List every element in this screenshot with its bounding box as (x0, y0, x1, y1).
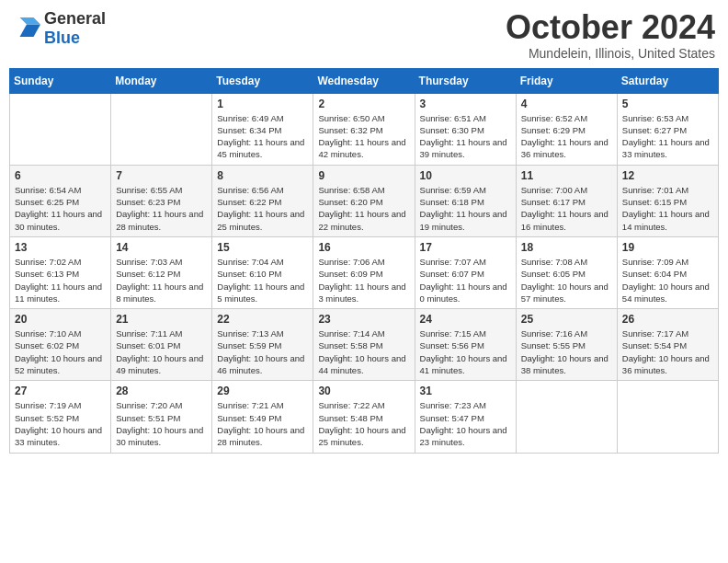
day-info: Sunrise: 7:10 AM Sunset: 6:02 PM Dayligh… (15, 327, 106, 376)
day-number: 24 (420, 313, 511, 326)
calendar-week-row: 6Sunrise: 6:54 AM Sunset: 6:25 PM Daylig… (10, 165, 719, 236)
day-number: 19 (622, 241, 713, 254)
svg-marker-1 (20, 17, 41, 25)
day-info: Sunrise: 6:58 AM Sunset: 6:20 PM Dayligh… (318, 184, 409, 233)
day-number: 10 (420, 169, 511, 182)
calendar-cell: 9Sunrise: 6:58 AM Sunset: 6:20 PM Daylig… (313, 165, 415, 236)
logo-text: General Blue (44, 9, 106, 48)
calendar-cell: 12Sunrise: 7:01 AM Sunset: 6:15 PM Dayli… (617, 165, 718, 236)
day-number: 28 (116, 385, 207, 397)
calendar-week-row: 27Sunrise: 7:19 AM Sunset: 5:52 PM Dayli… (10, 381, 719, 453)
calendar-cell: 29Sunrise: 7:21 AM Sunset: 5:49 PM Dayli… (212, 381, 313, 453)
calendar-cell (10, 93, 111, 165)
day-number: 18 (521, 241, 612, 254)
calendar-cell: 31Sunrise: 7:23 AM Sunset: 5:47 PM Dayli… (415, 381, 516, 453)
calendar-cell: 21Sunrise: 7:11 AM Sunset: 6:01 PM Dayli… (111, 309, 212, 381)
day-info: Sunrise: 7:11 AM Sunset: 6:01 PM Dayligh… (116, 327, 207, 376)
day-number: 22 (217, 313, 308, 326)
day-info: Sunrise: 7:16 AM Sunset: 5:55 PM Dayligh… (521, 327, 612, 376)
logo-blue: Blue (44, 29, 80, 47)
calendar-cell: 23Sunrise: 7:14 AM Sunset: 5:58 PM Dayli… (313, 309, 415, 381)
calendar-cell: 4Sunrise: 6:52 AM Sunset: 6:29 PM Daylig… (516, 93, 617, 165)
day-info: Sunrise: 7:08 AM Sunset: 6:05 PM Dayligh… (521, 256, 612, 304)
day-info: Sunrise: 7:21 AM Sunset: 5:49 PM Dayligh… (217, 399, 308, 448)
calendar-day-header: Monday (111, 68, 212, 93)
day-info: Sunrise: 6:49 AM Sunset: 6:34 PM Dayligh… (217, 112, 308, 161)
day-info: Sunrise: 7:13 AM Sunset: 5:59 PM Dayligh… (217, 327, 308, 376)
calendar-week-row: 20Sunrise: 7:10 AM Sunset: 6:02 PM Dayli… (10, 309, 719, 381)
day-info: Sunrise: 7:23 AM Sunset: 5:47 PM Dayligh… (420, 399, 511, 448)
calendar-cell: 24Sunrise: 7:15 AM Sunset: 5:56 PM Dayli… (415, 309, 516, 381)
calendar-day-header: Thursday (415, 68, 516, 93)
day-info: Sunrise: 6:52 AM Sunset: 6:29 PM Dayligh… (521, 112, 612, 161)
day-number: 1 (217, 98, 308, 110)
day-info: Sunrise: 6:53 AM Sunset: 6:27 PM Dayligh… (622, 112, 713, 161)
calendar-cell (617, 381, 718, 453)
calendar-cell: 28Sunrise: 7:20 AM Sunset: 5:51 PM Dayli… (111, 381, 212, 453)
calendar-cell: 26Sunrise: 7:17 AM Sunset: 5:54 PM Dayli… (617, 309, 718, 381)
day-info: Sunrise: 7:14 AM Sunset: 5:58 PM Dayligh… (318, 327, 409, 376)
calendar-week-row: 13Sunrise: 7:02 AM Sunset: 6:13 PM Dayli… (10, 236, 719, 308)
calendar-cell: 27Sunrise: 7:19 AM Sunset: 5:52 PM Dayli… (10, 381, 111, 453)
day-info: Sunrise: 6:54 AM Sunset: 6:25 PM Dayligh… (15, 184, 106, 233)
day-info: Sunrise: 7:20 AM Sunset: 5:51 PM Dayligh… (116, 399, 207, 448)
calendar-day-header: Wednesday (313, 68, 415, 93)
calendar-cell: 14Sunrise: 7:03 AM Sunset: 6:12 PM Dayli… (111, 236, 212, 308)
calendar-week-row: 1Sunrise: 6:49 AM Sunset: 6:34 PM Daylig… (10, 93, 719, 165)
calendar-cell: 10Sunrise: 6:59 AM Sunset: 6:18 PM Dayli… (415, 165, 516, 236)
calendar-cell: 6Sunrise: 6:54 AM Sunset: 6:25 PM Daylig… (10, 165, 111, 236)
day-info: Sunrise: 7:00 AM Sunset: 6:17 PM Dayligh… (521, 184, 612, 233)
day-info: Sunrise: 6:50 AM Sunset: 6:32 PM Dayligh… (318, 112, 409, 161)
calendar-cell: 11Sunrise: 7:00 AM Sunset: 6:17 PM Dayli… (516, 165, 617, 236)
calendar-cell: 13Sunrise: 7:02 AM Sunset: 6:13 PM Dayli… (10, 236, 111, 308)
day-info: Sunrise: 6:56 AM Sunset: 6:22 PM Dayligh… (217, 184, 308, 233)
day-number: 14 (116, 241, 207, 254)
day-info: Sunrise: 7:22 AM Sunset: 5:48 PM Dayligh… (318, 399, 409, 448)
day-number: 13 (15, 241, 106, 254)
day-info: Sunrise: 7:02 AM Sunset: 6:13 PM Dayligh… (15, 256, 106, 304)
calendar-cell: 17Sunrise: 7:07 AM Sunset: 6:07 PM Dayli… (415, 236, 516, 308)
day-info: Sunrise: 7:06 AM Sunset: 6:09 PM Dayligh… (318, 256, 409, 304)
calendar-cell: 22Sunrise: 7:13 AM Sunset: 5:59 PM Dayli… (212, 309, 313, 381)
day-number: 21 (116, 313, 207, 326)
day-number: 4 (521, 98, 612, 110)
day-number: 3 (420, 98, 511, 110)
day-number: 15 (217, 241, 308, 254)
day-info: Sunrise: 7:09 AM Sunset: 6:04 PM Dayligh… (622, 256, 713, 304)
logo: General Blue (13, 9, 106, 48)
calendar-cell: 5Sunrise: 6:53 AM Sunset: 6:27 PM Daylig… (617, 93, 718, 165)
day-number: 23 (318, 313, 409, 326)
calendar-day-header: Friday (516, 68, 617, 93)
day-number: 8 (217, 169, 308, 182)
day-number: 11 (521, 169, 612, 182)
page-header: General Blue October 2024 Mundelein, Ill… (9, 9, 719, 61)
calendar-cell: 8Sunrise: 6:56 AM Sunset: 6:22 PM Daylig… (212, 165, 313, 236)
day-info: Sunrise: 6:55 AM Sunset: 6:23 PM Dayligh… (116, 184, 207, 233)
day-info: Sunrise: 6:59 AM Sunset: 6:18 PM Dayligh… (420, 184, 511, 233)
calendar-cell: 25Sunrise: 7:16 AM Sunset: 5:55 PM Dayli… (516, 309, 617, 381)
month-title: October 2024 (506, 9, 715, 46)
day-info: Sunrise: 7:19 AM Sunset: 5:52 PM Dayligh… (15, 399, 106, 448)
day-info: Sunrise: 6:51 AM Sunset: 6:30 PM Dayligh… (420, 112, 511, 161)
calendar-cell: 2Sunrise: 6:50 AM Sunset: 6:32 PM Daylig… (313, 93, 415, 165)
day-number: 6 (15, 169, 106, 182)
calendar-day-header: Saturday (617, 68, 718, 93)
day-info: Sunrise: 7:01 AM Sunset: 6:15 PM Dayligh… (622, 184, 713, 233)
day-number: 27 (15, 385, 106, 397)
calendar-cell: 16Sunrise: 7:06 AM Sunset: 6:09 PM Dayli… (313, 236, 415, 308)
location-title: Mundelein, Illinois, United States (506, 46, 715, 61)
day-number: 9 (318, 169, 409, 182)
calendar-cell: 19Sunrise: 7:09 AM Sunset: 6:04 PM Dayli… (617, 236, 718, 308)
day-number: 5 (622, 98, 713, 110)
day-info: Sunrise: 7:07 AM Sunset: 6:07 PM Dayligh… (420, 256, 511, 304)
calendar-header-row: SundayMondayTuesdayWednesdayThursdayFrid… (10, 68, 719, 93)
day-info: Sunrise: 7:15 AM Sunset: 5:56 PM Dayligh… (420, 327, 511, 376)
day-number: 7 (116, 169, 207, 182)
day-info: Sunrise: 7:04 AM Sunset: 6:10 PM Dayligh… (217, 256, 308, 304)
day-number: 31 (420, 385, 511, 397)
calendar-day-header: Sunday (10, 68, 111, 93)
calendar-cell: 18Sunrise: 7:08 AM Sunset: 6:05 PM Dayli… (516, 236, 617, 308)
calendar-cell: 15Sunrise: 7:04 AM Sunset: 6:10 PM Dayli… (212, 236, 313, 308)
calendar-cell: 3Sunrise: 6:51 AM Sunset: 6:30 PM Daylig… (415, 93, 516, 165)
calendar-day-header: Tuesday (212, 68, 313, 93)
